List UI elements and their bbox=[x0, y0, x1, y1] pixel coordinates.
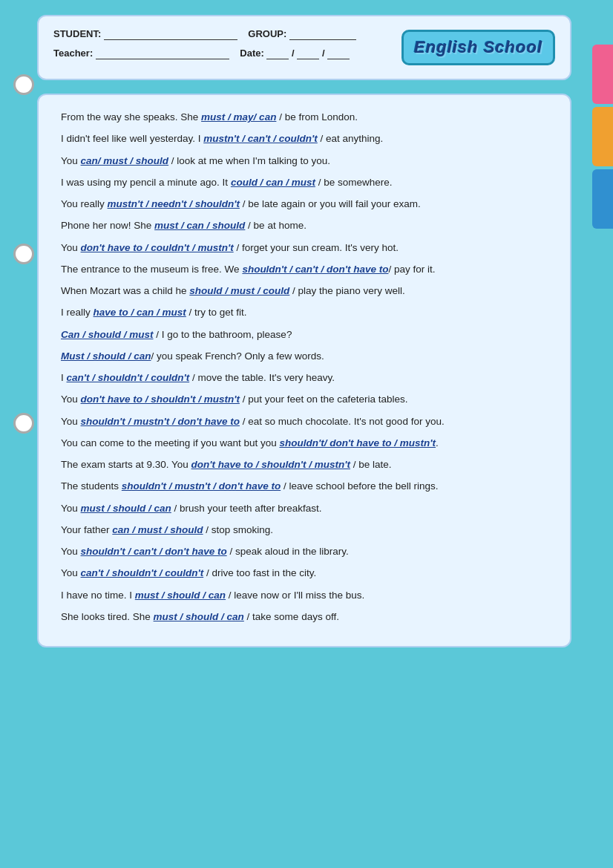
exercise-choice: must / should / can bbox=[135, 590, 226, 601]
exercise-line: I can't / shouldn't / couldn't / move th… bbox=[61, 371, 548, 385]
exercise-post: / try to get fit. bbox=[186, 307, 247, 318]
date-sep2: / bbox=[322, 48, 325, 59]
tab-blue bbox=[592, 169, 613, 229]
exercise-post: / be somewhere. bbox=[315, 177, 393, 188]
exercise-post: / be late. bbox=[350, 459, 392, 470]
exercise-choice: shouldn't / mustn't / don't have to bbox=[81, 416, 240, 427]
group-label: GROUP: bbox=[248, 28, 286, 39]
exercise-choice: shouldn't / can't / don't have to bbox=[81, 546, 227, 557]
ring-top bbox=[13, 74, 34, 95]
exercise-post: / be late again or you will fail your ex… bbox=[240, 198, 421, 209]
header-fields: STUDENT: GROUP: Teacher: Date: / / bbox=[53, 28, 401, 67]
teacher-field[interactable] bbox=[96, 48, 229, 59]
exercise-pre: You can come to the meeting if you want … bbox=[61, 437, 279, 448]
date-label: Date: bbox=[240, 48, 264, 59]
exercise-choice: don't have to / couldn't / mustn't bbox=[81, 242, 234, 253]
teacher-label: Teacher: bbox=[53, 48, 93, 59]
exercise-post: / brush your teeth after breakfast. bbox=[171, 503, 322, 514]
exercise-pre: You bbox=[61, 242, 81, 253]
exercise-post: / drive too fast in the city. bbox=[203, 567, 316, 578]
exercise-line: Can / should / must / I go to the bathro… bbox=[61, 327, 548, 342]
exercise-choice: Must / should / can bbox=[61, 350, 151, 362]
exercise-choice: mustn't / can't / couldn't bbox=[203, 133, 318, 144]
exercise-post: / forget your sun cream. It's very hot. bbox=[234, 242, 399, 253]
exercise-pre: From the way she speaks. She bbox=[61, 111, 201, 123]
exercise-line: You must / should / can / brush your tee… bbox=[61, 501, 548, 516]
exercise-choice: shouldn't / can't / don't have to bbox=[242, 264, 388, 275]
exercise-post: / you speak French? Only a few words. bbox=[151, 350, 324, 362]
exercise-pre: She looks tired. She bbox=[61, 611, 154, 622]
header-card: STUDENT: GROUP: Teacher: Date: / / bbox=[37, 15, 571, 80]
exercise-pre: The exam starts at 9.30. You bbox=[61, 459, 191, 470]
exercise-line: She looks tired. She must / should / can… bbox=[61, 610, 548, 624]
date-day[interactable] bbox=[266, 48, 289, 59]
exercise-choice: must / may/ can bbox=[201, 111, 276, 123]
exercise-pre: You bbox=[61, 503, 81, 514]
exercise-post: / leave now or I'll miss the bus. bbox=[226, 590, 364, 601]
exercise-pre: The entrance to the museum is free. We bbox=[61, 264, 242, 275]
exercise-post: / I go to the bathroom, please? bbox=[154, 329, 292, 340]
exercise-post: / speak aloud in the library. bbox=[227, 546, 349, 557]
exercise-pre: When Mozart was a child he bbox=[61, 285, 189, 296]
exercise-line: You don't have to / shouldn't / mustn't … bbox=[61, 392, 548, 407]
exercise-line: I really have to / can / must / try to g… bbox=[61, 305, 548, 320]
exercise-pre: I bbox=[61, 372, 67, 383]
exercise-post: / put your feet on the cafeteria tables. bbox=[240, 394, 408, 405]
exercise-line: You don't have to / couldn't / mustn't /… bbox=[61, 241, 548, 255]
teacher-line: Teacher: Date: / / bbox=[53, 48, 401, 59]
group-field[interactable] bbox=[289, 28, 356, 40]
exercise-pre: Phone her now! She bbox=[61, 220, 154, 231]
exercise-post: / take some days off. bbox=[244, 611, 339, 622]
exercises-container: From the way she speaks. She must / may/… bbox=[61, 110, 548, 624]
exercise-pre: You bbox=[61, 155, 81, 166]
student-field[interactable] bbox=[104, 28, 237, 40]
main-card: From the way she speaks. She must / may/… bbox=[37, 94, 571, 647]
side-tabs bbox=[592, 45, 613, 229]
exercise-choice: don't have to / shouldn't / mustn't bbox=[191, 459, 350, 470]
exercise-line: Your father can / must / should / stop s… bbox=[61, 523, 548, 538]
exercise-pre: You really bbox=[61, 198, 108, 209]
tab-pink bbox=[592, 45, 613, 104]
ring-middle bbox=[13, 244, 34, 264]
exercise-post: / play the piano very well. bbox=[289, 285, 404, 296]
student-line: STUDENT: GROUP: bbox=[53, 28, 401, 40]
date-month[interactable] bbox=[297, 48, 319, 59]
exercise-line: Must / should / can/ you speak French? O… bbox=[61, 349, 548, 364]
exercise-choice: could / can / must bbox=[231, 177, 315, 188]
exercise-choice: can't / shouldn't / couldn't bbox=[67, 372, 190, 383]
exercise-choice: shouldn't/ don't have to / mustn't bbox=[279, 437, 436, 448]
rings bbox=[13, 74, 34, 434]
exercise-choice: Can / should / must bbox=[61, 329, 154, 340]
exercise-post: / be from London. bbox=[276, 111, 358, 123]
exercise-post: / eat so much chocolate. It's not good f… bbox=[240, 416, 445, 427]
exercise-choice: have to / can / must bbox=[94, 307, 186, 318]
exercise-line: Phone her now! She must / can / should /… bbox=[61, 218, 548, 233]
date-year[interactable] bbox=[327, 48, 350, 59]
exercise-choice: must / should / can bbox=[81, 503, 171, 514]
exercise-line: The students shouldn't / mustn't / don't… bbox=[61, 479, 548, 494]
exercise-choice: can/ must / should bbox=[81, 155, 169, 166]
exercise-choice: can't / shouldn't / couldn't bbox=[81, 567, 204, 578]
exercise-choice: shouldn't / mustn't / don't have to bbox=[122, 480, 281, 492]
date-sep1: / bbox=[292, 48, 295, 59]
exercise-line: The entrance to the museum is free. We s… bbox=[61, 262, 548, 277]
exercise-line: You can't / shouldn't / couldn't / drive… bbox=[61, 566, 548, 581]
exercise-line: You shouldn't / mustn't / don't have to … bbox=[61, 414, 548, 429]
exercise-pre: You bbox=[61, 546, 81, 557]
exercise-pre: I didn't feel like well yesterday. I bbox=[61, 133, 203, 144]
exercise-post: . bbox=[436, 437, 439, 448]
exercise-line: You can/ must / should / look at me when… bbox=[61, 154, 548, 169]
exercise-choice: must / should / can bbox=[154, 611, 244, 622]
exercise-post: / pay for it. bbox=[389, 264, 436, 275]
exercise-line: I didn't feel like well yesterday. I mus… bbox=[61, 131, 548, 146]
tab-orange bbox=[592, 107, 613, 166]
logo: English School bbox=[401, 30, 555, 65]
exercise-pre: I was using my pencil a minute ago. It bbox=[61, 177, 231, 188]
exercise-choice: can / must / should bbox=[112, 524, 203, 535]
exercise-line: I have no time. I must / should / can / … bbox=[61, 588, 548, 603]
exercise-line: From the way she speaks. She must / may/… bbox=[61, 110, 548, 125]
exercise-post: / look at me when I'm talking to you. bbox=[168, 155, 330, 166]
exercise-pre: I have no time. I bbox=[61, 590, 135, 601]
student-label: STUDENT: bbox=[53, 28, 101, 39]
exercise-choice: mustn't / needn't / shouldn't bbox=[108, 198, 240, 209]
